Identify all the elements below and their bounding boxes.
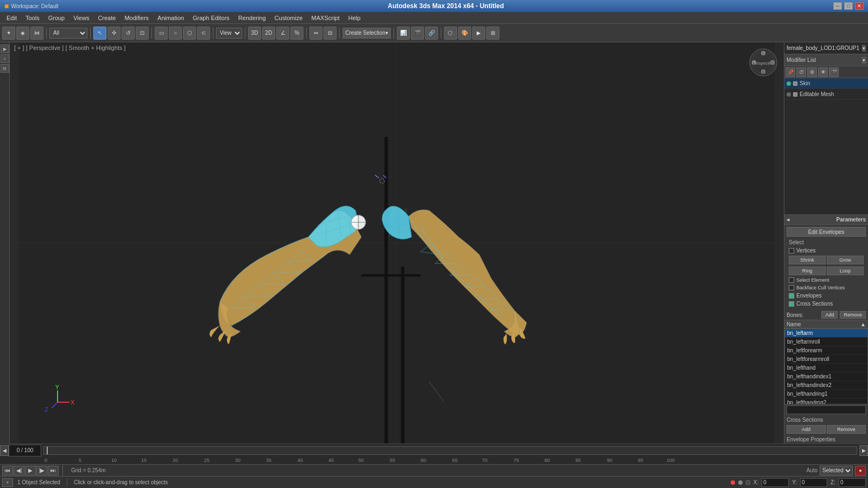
minimize-button[interactable]: ─ bbox=[833, 2, 842, 10]
percent-snap[interactable]: % bbox=[290, 27, 303, 40]
next-frame-button[interactable]: ▶ bbox=[859, 445, 868, 456]
angle-snap[interactable]: ∠ bbox=[276, 27, 289, 40]
left-tool-1[interactable]: ▶ bbox=[1, 45, 9, 53]
menu-graph-editors[interactable]: Graph Editors bbox=[188, 14, 234, 22]
name-col-label: Name bbox=[787, 321, 801, 327]
play-button[interactable]: ▶ bbox=[25, 466, 36, 476]
envelopes-cb[interactable] bbox=[789, 293, 794, 299]
selection-filter[interactable]: AllGeometryShapes bbox=[49, 28, 87, 39]
rect-select[interactable]: ▭ bbox=[155, 27, 168, 40]
sep6 bbox=[306, 28, 307, 39]
menu-maxscript[interactable]: MAXScript bbox=[307, 14, 344, 22]
bone-item-lefthandrng2[interactable]: bn_lefthandrng2 bbox=[785, 398, 867, 404]
ring-button[interactable]: Ring bbox=[789, 267, 826, 275]
loop-button[interactable]: Loop bbox=[827, 267, 864, 275]
vertices-checkbox[interactable] bbox=[789, 248, 794, 253]
align-btn[interactable]: ⊟ bbox=[324, 27, 337, 40]
remove-bone-button[interactable]: Remove bbox=[840, 311, 866, 319]
menu-modifiers[interactable]: Modifiers bbox=[120, 14, 153, 22]
shrink-button[interactable]: Shrink bbox=[789, 256, 826, 264]
lasso-select[interactable]: ⊂ bbox=[197, 27, 210, 40]
sort-arrow: ▲ bbox=[860, 321, 866, 327]
viewport-mode-select[interactable]: Selected bbox=[820, 466, 853, 476]
render-btn[interactable]: ▶ bbox=[472, 27, 485, 40]
cs-add-button[interactable]: Add bbox=[787, 425, 826, 434]
left-tool-2[interactable]: + bbox=[1, 54, 9, 63]
close-button[interactable]: ✕ bbox=[855, 2, 864, 10]
history-icon[interactable]: ⏱ bbox=[796, 67, 806, 77]
menu-rendering[interactable]: Rendering bbox=[234, 14, 270, 22]
render-setup-btn[interactable]: 🎨 bbox=[458, 27, 471, 40]
x-input[interactable] bbox=[762, 478, 789, 487]
mirror-btn[interactable]: ⇔ bbox=[309, 27, 322, 40]
menu-views[interactable]: Views bbox=[69, 14, 93, 22]
bone-item-leftforearmroll[interactable]: bn_leftforearmroll bbox=[785, 355, 867, 364]
next-key-button[interactable]: |▶ bbox=[36, 466, 47, 476]
add-time-tag-btn[interactable]: + bbox=[2, 478, 13, 487]
bone-item-leftarm[interactable]: bn_leftarm bbox=[785, 329, 867, 338]
go-start-button[interactable]: ⏮ bbox=[2, 466, 13, 476]
track-view-btn[interactable]: 🎬 bbox=[411, 27, 424, 40]
bone-item-leftforearm[interactable]: bn_leftforearm bbox=[785, 346, 867, 355]
menu-tools[interactable]: Tools bbox=[21, 14, 44, 22]
scale-btn[interactable]: ⊡ bbox=[136, 27, 149, 40]
shrink-grow-row: Shrink Grow bbox=[787, 255, 866, 265]
viewport[interactable]: [ + ] [ Perspective ] [ Smooth + Highlig… bbox=[10, 42, 784, 443]
display-icon[interactable]: 👁 bbox=[818, 67, 828, 77]
modifier-editable-mesh[interactable]: Editable Mesh bbox=[784, 89, 868, 100]
material-editor-btn[interactable]: ⬡ bbox=[444, 27, 457, 40]
z-input[interactable] bbox=[839, 478, 866, 487]
cross-sections-row: Cross Sections bbox=[787, 300, 866, 308]
snap-2d[interactable]: 2D bbox=[262, 27, 275, 40]
bone-item-lefthandindex1[interactable]: bn_lefthandindex1 bbox=[785, 372, 867, 381]
create-selection-dropdown[interactable]: Create Selection ▾ bbox=[343, 28, 391, 39]
menu-customize[interactable]: Customize bbox=[270, 14, 307, 22]
schematic-view-btn[interactable]: 🔗 bbox=[425, 27, 438, 40]
left-tool-3[interactable]: ⊟ bbox=[1, 64, 9, 73]
modifier-skin[interactable]: Skin bbox=[784, 78, 868, 89]
pin-icon[interactable]: 📌 bbox=[785, 67, 795, 77]
cross-sections-cb[interactable] bbox=[789, 301, 794, 307]
select-element-cb[interactable] bbox=[789, 277, 794, 283]
time-track[interactable] bbox=[43, 446, 857, 455]
config-icon[interactable]: ⚙ bbox=[807, 67, 817, 77]
edit-envelopes-button[interactable]: Edit Envelopes bbox=[787, 227, 866, 237]
render-frame-btn[interactable]: ⊞ bbox=[486, 27, 499, 40]
graph-editors-btn[interactable]: 📊 bbox=[397, 27, 410, 40]
viewport-select[interactable]: View bbox=[216, 28, 242, 39]
menu-group[interactable]: Group bbox=[44, 14, 69, 22]
snap-3d[interactable]: 3D bbox=[248, 27, 261, 40]
frame-70: 70 bbox=[482, 458, 487, 463]
menu-help[interactable]: Help bbox=[344, 14, 365, 22]
bone-search-input[interactable] bbox=[787, 405, 866, 414]
backface-cb[interactable] bbox=[789, 285, 794, 290]
menu-edit[interactable]: Edit bbox=[2, 14, 21, 22]
add-bone-button[interactable]: Add bbox=[821, 311, 838, 319]
bone-item-lefthandring1[interactable]: bn_lefthandring1 bbox=[785, 390, 867, 398]
fence-select[interactable]: ⬡ bbox=[183, 27, 196, 40]
select-btn[interactable]: ↖ bbox=[93, 27, 106, 40]
link-btn[interactable]: ⋈ bbox=[30, 27, 43, 40]
rotate-btn[interactable]: ↺ bbox=[122, 27, 135, 40]
menu-create[interactable]: Create bbox=[93, 14, 120, 22]
sep5 bbox=[245, 28, 245, 39]
move-btn[interactable]: ✣ bbox=[107, 27, 121, 40]
bone-item-lefthand[interactable]: bn_lefthand bbox=[785, 364, 867, 372]
menu-animation[interactable]: Animation bbox=[153, 14, 188, 22]
bone-item-leftarmroll[interactable]: bn_leftarmroll bbox=[785, 338, 867, 346]
modifier-list-dropdown[interactable]: ▾ bbox=[862, 57, 866, 64]
prev-key-button[interactable]: ◀| bbox=[14, 466, 24, 476]
bone-item-lefthandindex2[interactable]: bn_lefthandindex2 bbox=[785, 381, 867, 390]
cs-remove-button[interactable]: Remove bbox=[827, 425, 866, 434]
render-icon[interactable]: 🎬 bbox=[829, 67, 839, 77]
maximize-button[interactable]: □ bbox=[844, 2, 853, 10]
y-input[interactable] bbox=[800, 478, 827, 487]
grow-button[interactable]: Grow bbox=[827, 256, 864, 264]
circle-select[interactable]: ○ bbox=[169, 27, 182, 40]
keyframe-btn[interactable]: ● bbox=[855, 466, 866, 476]
select-region-btn[interactable]: ◈ bbox=[16, 27, 29, 40]
prev-frame-button[interactable]: ◀ bbox=[0, 445, 9, 456]
select-object-btn[interactable]: ✦ bbox=[2, 27, 15, 40]
expand-btn[interactable]: ▾ bbox=[862, 45, 866, 52]
go-end-button[interactable]: ⏭ bbox=[48, 466, 59, 476]
